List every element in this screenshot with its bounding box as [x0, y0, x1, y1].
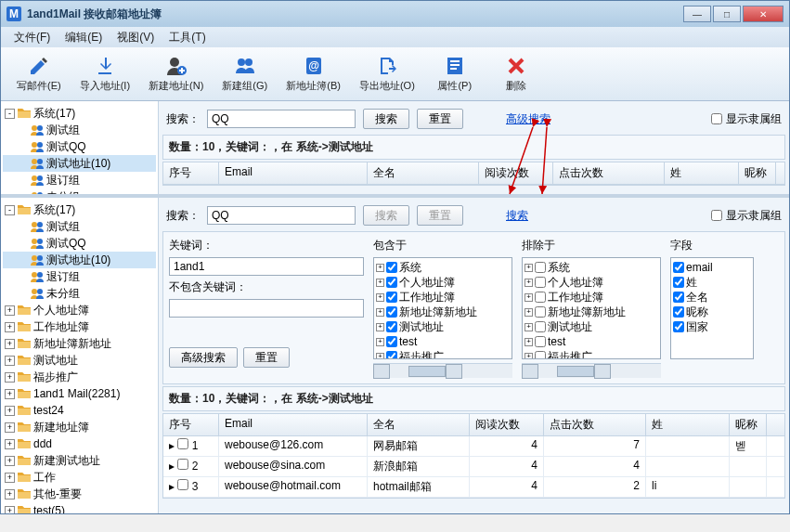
- tree-node[interactable]: +test(5): [3, 502, 156, 513]
- expand-icon[interactable]: +: [5, 356, 15, 366]
- tree-node[interactable]: 测试QQ: [3, 138, 156, 155]
- expand-icon[interactable]: +: [5, 389, 15, 399]
- expand-icon[interactable]: +: [525, 353, 533, 360]
- tree-node[interactable]: +ddd: [3, 435, 156, 452]
- list-item[interactable]: +系统: [525, 260, 658, 275]
- newaddr-button[interactable]: 新建地址(N): [140, 50, 212, 97]
- expand-icon[interactable]: +: [5, 406, 15, 416]
- import-button[interactable]: 导入地址(I): [71, 50, 138, 97]
- tree-node[interactable]: 未分组: [3, 285, 156, 302]
- table-row[interactable]: ▸ 3webouse@hotmail.comhotmail邮箱42li: [163, 477, 784, 498]
- list-item[interactable]: +福步推广: [376, 349, 510, 359]
- item-checkbox[interactable]: [386, 292, 397, 303]
- list-item[interactable]: 姓: [673, 275, 751, 290]
- expand-icon[interactable]: +: [376, 338, 384, 346]
- list-item[interactable]: +工作地址簿: [376, 290, 510, 305]
- item-checkbox[interactable]: [673, 292, 684, 303]
- item-checkbox[interactable]: [535, 292, 546, 303]
- expand-icon[interactable]: +: [5, 305, 15, 316]
- delete-button[interactable]: 删除: [486, 50, 546, 97]
- tree-node[interactable]: 未分组: [3, 188, 156, 194]
- menu-tool[interactable]: 工具(T): [162, 28, 213, 47]
- tree-node[interactable]: +个人地址簿: [3, 302, 156, 318]
- expand-icon[interactable]: +: [5, 506, 15, 514]
- tree-top[interactable]: -系统(17)测试组测试QQ测试地址(10)退订组未分组: [1, 101, 159, 194]
- list-item[interactable]: +新地址簿新地址: [525, 305, 658, 319]
- search-button-top[interactable]: 搜索: [363, 109, 409, 129]
- expand-icon[interactable]: +: [376, 308, 384, 317]
- tree-node[interactable]: 退订组: [3, 268, 156, 285]
- reset-button-top[interactable]: 重置: [417, 109, 463, 129]
- item-checkbox[interactable]: [535, 336, 546, 347]
- item-checkbox[interactable]: [673, 306, 684, 318]
- nkw-input[interactable]: [169, 299, 364, 318]
- tree-node[interactable]: 测试地址(10): [3, 252, 156, 268]
- expand-icon[interactable]: +: [5, 456, 15, 466]
- search-link[interactable]: 搜索: [506, 208, 528, 224]
- tree-node[interactable]: +其他-重要: [3, 486, 156, 502]
- item-checkbox[interactable]: [535, 277, 546, 288]
- show-sub-checkbox-top[interactable]: [711, 113, 722, 124]
- tree-node[interactable]: 测试组: [3, 218, 156, 235]
- expand-icon[interactable]: +: [525, 279, 533, 287]
- newbook-button[interactable]: 新地址簿(B): [278, 50, 349, 97]
- menu-edit[interactable]: 编辑(E): [58, 28, 110, 47]
- tree-node[interactable]: -系统(17): [3, 105, 156, 122]
- tree-node[interactable]: +1and1 Mail(2281): [3, 385, 156, 402]
- list-item[interactable]: +个人地址簿: [525, 275, 658, 290]
- include-listbox[interactable]: +系统+个人地址簿+工作地址簿+新地址簿新地址+测试地址+test+福步推广+1…: [373, 257, 512, 359]
- tree-node[interactable]: 测试地址(10): [3, 155, 156, 172]
- expand-icon[interactable]: +: [525, 293, 533, 302]
- tree-node[interactable]: 测试QQ: [3, 235, 156, 252]
- item-checkbox[interactable]: [535, 262, 546, 273]
- fields-listbox[interactable]: email姓全名昵称国家: [670, 257, 754, 359]
- tree-node[interactable]: +工作地址簿: [3, 318, 156, 335]
- maximize-button[interactable]: □: [713, 6, 741, 22]
- item-checkbox[interactable]: [535, 351, 546, 359]
- item-checkbox[interactable]: [386, 351, 397, 359]
- list-item[interactable]: email: [673, 260, 751, 275]
- expand-icon[interactable]: +: [376, 279, 384, 287]
- list-item[interactable]: +新地址簿新地址: [376, 305, 510, 319]
- list-item[interactable]: +工作地址簿: [525, 290, 658, 305]
- tree-bottom[interactable]: -系统(17)测试组测试QQ测试地址(10)退订组未分组+个人地址簿+工作地址簿…: [1, 198, 159, 513]
- item-checkbox[interactable]: [673, 262, 684, 273]
- search-input-bottom[interactable]: [207, 206, 356, 225]
- export-button[interactable]: 导出地址(O): [351, 50, 423, 97]
- list-item[interactable]: +测试地址: [376, 319, 510, 334]
- tree-node[interactable]: +福步推广: [3, 369, 156, 385]
- kw-input[interactable]: [169, 257, 364, 276]
- tree-node[interactable]: 测试组: [3, 122, 156, 138]
- expand-icon[interactable]: +: [376, 264, 384, 272]
- show-sub-checkbox-bottom[interactable]: [711, 210, 722, 221]
- expand-icon[interactable]: +: [5, 322, 15, 332]
- list-item[interactable]: +测试地址: [525, 319, 658, 334]
- menu-view[interactable]: 视图(V): [110, 28, 162, 47]
- expand-icon[interactable]: -: [5, 205, 15, 215]
- expand-icon[interactable]: +: [376, 353, 384, 360]
- expand-icon[interactable]: +: [376, 293, 384, 302]
- tree-node[interactable]: +测试地址: [3, 352, 156, 369]
- list-item[interactable]: +福步推广: [525, 349, 658, 359]
- expand-icon[interactable]: +: [525, 264, 533, 272]
- expand-icon[interactable]: +: [5, 422, 15, 433]
- newgroup-button[interactable]: 新建组(G): [214, 50, 276, 97]
- expand-icon[interactable]: +: [5, 473, 15, 483]
- adv-search-link[interactable]: 高级搜索: [506, 111, 550, 127]
- tree-node[interactable]: -系统(17): [3, 201, 156, 218]
- item-checkbox[interactable]: [386, 321, 397, 332]
- item-checkbox[interactable]: [386, 277, 397, 288]
- list-item[interactable]: +test: [525, 334, 658, 349]
- list-item[interactable]: 国家: [673, 319, 751, 334]
- table-row[interactable]: ▸ 1webouse@126.com网易邮箱47벧: [163, 436, 784, 457]
- adv-reset-button[interactable]: 重置: [243, 347, 290, 368]
- list-item[interactable]: +系统: [376, 260, 510, 275]
- tree-node[interactable]: 退订组: [3, 172, 156, 188]
- item-checkbox[interactable]: [535, 306, 546, 318]
- compose-button[interactable]: 写邮件(E): [8, 50, 70, 97]
- expand-icon[interactable]: +: [5, 489, 15, 500]
- minimize-button[interactable]: ―: [683, 6, 711, 22]
- item-checkbox[interactable]: [386, 306, 397, 318]
- adv-search-button[interactable]: 高级搜索: [169, 347, 238, 368]
- tree-node[interactable]: +test24: [3, 402, 156, 419]
